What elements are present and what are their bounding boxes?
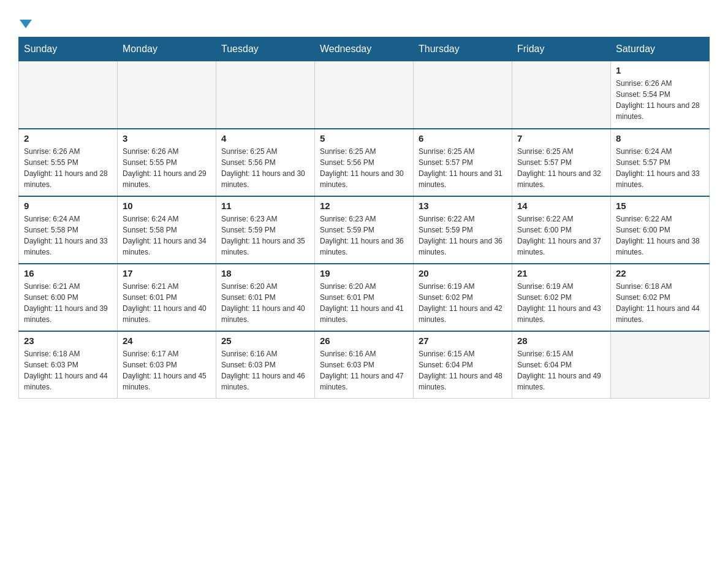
- calendar-table: SundayMondayTuesdayWednesdayThursdayFrid…: [18, 37, 710, 399]
- day-info: Sunrise: 6:26 AM Sunset: 5:55 PM Dayligh…: [24, 146, 112, 190]
- calendar-cell: 21Sunrise: 6:19 AM Sunset: 6:02 PM Dayli…: [512, 264, 611, 331]
- day-info: Sunrise: 6:16 AM Sunset: 6:03 PM Dayligh…: [221, 348, 309, 393]
- day-info: Sunrise: 6:15 AM Sunset: 6:04 PM Dayligh…: [517, 348, 605, 393]
- calendar-cell: 14Sunrise: 6:22 AM Sunset: 6:00 PM Dayli…: [512, 196, 611, 264]
- day-number: 4: [221, 133, 309, 144]
- day-number: 3: [123, 133, 211, 144]
- calendar-cell: 27Sunrise: 6:15 AM Sunset: 6:04 PM Dayli…: [414, 331, 512, 399]
- calendar-cell: 6Sunrise: 6:25 AM Sunset: 5:57 PM Daylig…: [414, 129, 512, 196]
- calendar-cell: 13Sunrise: 6:22 AM Sunset: 5:59 PM Dayli…: [414, 196, 512, 264]
- day-number: 21: [517, 268, 605, 278]
- day-number: 14: [517, 201, 605, 211]
- day-info: Sunrise: 6:24 AM Sunset: 5:58 PM Dayligh…: [123, 213, 211, 258]
- calendar-cell: [118, 61, 216, 129]
- calendar-cell: 8Sunrise: 6:24 AM Sunset: 5:57 PM Daylig…: [611, 129, 710, 196]
- logo: [18, 17, 32, 27]
- day-info: Sunrise: 6:24 AM Sunset: 5:57 PM Dayligh…: [616, 146, 704, 190]
- day-info: Sunrise: 6:18 AM Sunset: 6:02 PM Dayligh…: [616, 281, 704, 325]
- calendar-week-row: 23Sunrise: 6:18 AM Sunset: 6:03 PM Dayli…: [19, 331, 710, 399]
- calendar-header-tuesday: Tuesday: [216, 37, 315, 61]
- day-number: 23: [24, 335, 112, 346]
- calendar-cell: 7Sunrise: 6:25 AM Sunset: 5:57 PM Daylig…: [512, 129, 611, 196]
- calendar-cell: 15Sunrise: 6:22 AM Sunset: 6:00 PM Dayli…: [611, 196, 710, 264]
- day-number: 5: [320, 133, 408, 144]
- day-number: 10: [123, 201, 211, 211]
- calendar-header-sunday: Sunday: [19, 37, 118, 61]
- day-info: Sunrise: 6:18 AM Sunset: 6:03 PM Dayligh…: [24, 348, 112, 393]
- day-info: Sunrise: 6:25 AM Sunset: 5:56 PM Dayligh…: [320, 146, 408, 190]
- calendar-header-row: SundayMondayTuesdayWednesdayThursdayFrid…: [19, 37, 710, 61]
- page-header: [18, 12, 710, 27]
- calendar-header-monday: Monday: [118, 37, 216, 61]
- calendar-cell: [414, 61, 512, 129]
- calendar-cell: 10Sunrise: 6:24 AM Sunset: 5:58 PM Dayli…: [118, 196, 216, 264]
- day-info: Sunrise: 6:19 AM Sunset: 6:02 PM Dayligh…: [419, 281, 507, 325]
- day-info: Sunrise: 6:25 AM Sunset: 5:57 PM Dayligh…: [419, 146, 507, 190]
- calendar-header-saturday: Saturday: [611, 37, 710, 61]
- day-number: 2: [24, 133, 112, 144]
- day-number: 25: [221, 335, 309, 346]
- day-number: 22: [616, 268, 704, 278]
- day-info: Sunrise: 6:15 AM Sunset: 6:04 PM Dayligh…: [419, 348, 507, 393]
- calendar-header-friday: Friday: [512, 37, 611, 61]
- calendar-cell: [315, 61, 414, 129]
- calendar-cell: [611, 331, 710, 399]
- day-number: 24: [123, 335, 211, 346]
- calendar-week-row: 16Sunrise: 6:21 AM Sunset: 6:00 PM Dayli…: [19, 264, 710, 331]
- day-number: 19: [320, 268, 408, 278]
- day-number: 8: [616, 133, 704, 144]
- day-info: Sunrise: 6:26 AM Sunset: 5:55 PM Dayligh…: [123, 146, 211, 190]
- calendar-week-row: 2Sunrise: 6:26 AM Sunset: 5:55 PM Daylig…: [19, 129, 710, 196]
- day-number: 27: [419, 335, 507, 346]
- logo-arrow-icon: [20, 20, 32, 28]
- day-info: Sunrise: 6:19 AM Sunset: 6:02 PM Dayligh…: [517, 281, 605, 325]
- calendar-cell: 28Sunrise: 6:15 AM Sunset: 6:04 PM Dayli…: [512, 331, 611, 399]
- day-number: 20: [419, 268, 507, 278]
- day-number: 12: [320, 201, 408, 211]
- calendar-cell: 23Sunrise: 6:18 AM Sunset: 6:03 PM Dayli…: [19, 331, 118, 399]
- day-info: Sunrise: 6:16 AM Sunset: 6:03 PM Dayligh…: [320, 348, 408, 393]
- day-info: Sunrise: 6:22 AM Sunset: 6:00 PM Dayligh…: [517, 213, 605, 258]
- calendar-cell: 24Sunrise: 6:17 AM Sunset: 6:03 PM Dayli…: [118, 331, 216, 399]
- calendar-cell: 3Sunrise: 6:26 AM Sunset: 5:55 PM Daylig…: [118, 129, 216, 196]
- day-number: 28: [517, 335, 605, 346]
- calendar-cell: 17Sunrise: 6:21 AM Sunset: 6:01 PM Dayli…: [118, 264, 216, 331]
- day-info: Sunrise: 6:25 AM Sunset: 5:56 PM Dayligh…: [221, 146, 309, 190]
- calendar-cell: 1Sunrise: 6:26 AM Sunset: 5:54 PM Daylig…: [611, 61, 710, 129]
- day-number: 11: [221, 201, 309, 211]
- calendar-cell: 2Sunrise: 6:26 AM Sunset: 5:55 PM Daylig…: [19, 129, 118, 196]
- calendar-cell: [216, 61, 315, 129]
- calendar-cell: 25Sunrise: 6:16 AM Sunset: 6:03 PM Dayli…: [216, 331, 315, 399]
- day-number: 13: [419, 201, 507, 211]
- day-info: Sunrise: 6:23 AM Sunset: 5:59 PM Dayligh…: [221, 213, 309, 258]
- calendar-cell: 5Sunrise: 6:25 AM Sunset: 5:56 PM Daylig…: [315, 129, 414, 196]
- day-number: 7: [517, 133, 605, 144]
- calendar-cell: 9Sunrise: 6:24 AM Sunset: 5:58 PM Daylig…: [19, 196, 118, 264]
- calendar-cell: 12Sunrise: 6:23 AM Sunset: 5:59 PM Dayli…: [315, 196, 414, 264]
- day-number: 1: [616, 65, 704, 75]
- day-info: Sunrise: 6:20 AM Sunset: 6:01 PM Dayligh…: [320, 281, 408, 325]
- day-number: 16: [24, 268, 112, 278]
- day-info: Sunrise: 6:21 AM Sunset: 6:01 PM Dayligh…: [123, 281, 211, 325]
- day-number: 9: [24, 201, 112, 211]
- day-info: Sunrise: 6:22 AM Sunset: 5:59 PM Dayligh…: [419, 213, 507, 258]
- calendar-week-row: 1Sunrise: 6:26 AM Sunset: 5:54 PM Daylig…: [19, 61, 710, 129]
- day-info: Sunrise: 6:26 AM Sunset: 5:54 PM Dayligh…: [616, 78, 704, 122]
- calendar-cell: [19, 61, 118, 129]
- calendar-cell: 4Sunrise: 6:25 AM Sunset: 5:56 PM Daylig…: [216, 129, 315, 196]
- day-number: 17: [123, 268, 211, 278]
- day-info: Sunrise: 6:17 AM Sunset: 6:03 PM Dayligh…: [123, 348, 211, 393]
- day-info: Sunrise: 6:23 AM Sunset: 5:59 PM Dayligh…: [320, 213, 408, 258]
- calendar-cell: [512, 61, 611, 129]
- calendar-header-thursday: Thursday: [414, 37, 512, 61]
- day-number: 15: [616, 201, 704, 211]
- day-info: Sunrise: 6:20 AM Sunset: 6:01 PM Dayligh…: [221, 281, 309, 325]
- calendar-week-row: 9Sunrise: 6:24 AM Sunset: 5:58 PM Daylig…: [19, 196, 710, 264]
- calendar-header-wednesday: Wednesday: [315, 37, 414, 61]
- calendar-cell: 26Sunrise: 6:16 AM Sunset: 6:03 PM Dayli…: [315, 331, 414, 399]
- day-info: Sunrise: 6:22 AM Sunset: 6:00 PM Dayligh…: [616, 213, 704, 258]
- day-number: 26: [320, 335, 408, 346]
- calendar-cell: 20Sunrise: 6:19 AM Sunset: 6:02 PM Dayli…: [414, 264, 512, 331]
- day-info: Sunrise: 6:21 AM Sunset: 6:00 PM Dayligh…: [24, 281, 112, 325]
- calendar-cell: 19Sunrise: 6:20 AM Sunset: 6:01 PM Dayli…: [315, 264, 414, 331]
